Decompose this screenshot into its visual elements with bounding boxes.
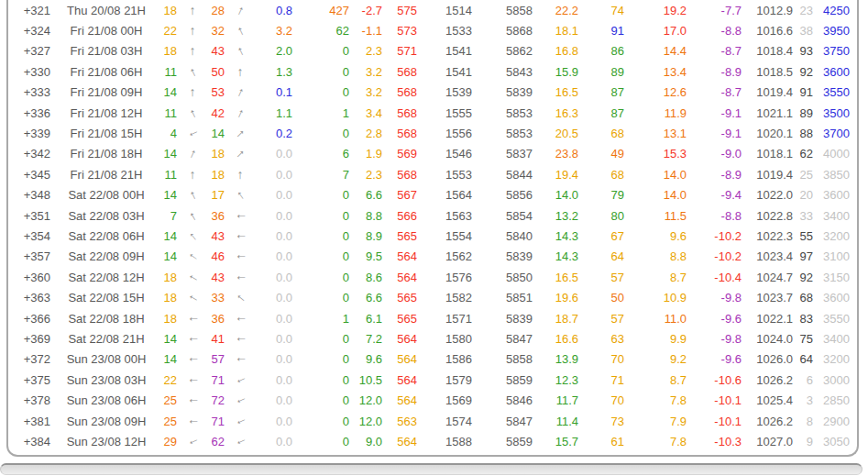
humidity-value: 86 <box>582 44 628 58</box>
forecast-hour-offset: +357 <box>8 249 56 263</box>
cape-value: 0 <box>296 249 353 263</box>
humidity-value: 80 <box>582 209 628 223</box>
pressure-value: 1022.0 <box>745 188 797 202</box>
freezing-level-value: 4250 <box>817 4 857 17</box>
temperature-500-value: -7.7 <box>690 4 745 17</box>
humidity-value: 49 <box>582 147 628 161</box>
forecast-date-time: Sat 22/08 03H <box>56 209 157 223</box>
precipitation-value: 0.0 <box>252 188 296 202</box>
thickness-value: 564 <box>386 393 421 407</box>
geopotential-850-value: 1514 <box>421 4 476 17</box>
gust-arrow-cell: ↑ <box>228 188 252 202</box>
temperature-value: 14.4 <box>628 44 690 58</box>
gust-speed-value: 46 <box>204 249 228 263</box>
geopotential-500-value: 5844 <box>476 168 536 182</box>
cape-value: 7 <box>296 168 353 182</box>
cape-value: 1 <box>296 106 353 120</box>
gust-arrow-cell: ↑ <box>228 332 252 346</box>
wind-speed-value: 29 <box>157 435 181 448</box>
temperature-value: 7.9 <box>628 415 690 428</box>
pressure-value: 1022.1 <box>745 312 797 326</box>
temperature-850-value: 13.2 <box>536 209 582 223</box>
table-row: +363 Sat 22/08 15H 18 ↑ 33 ↑ 0.0 0 6.6 5… <box>8 287 857 307</box>
cape-value: 0 <box>296 188 353 202</box>
thickness-value: 564 <box>386 435 421 448</box>
pressure-value: 1023.4 <box>745 249 797 263</box>
temperature-500-value: -10.2 <box>690 229 745 243</box>
temperature-850-value: 11.7 <box>536 393 582 407</box>
freezing-level-value: 3600 <box>817 291 857 304</box>
temperature-850-value: 16.8 <box>536 44 582 58</box>
temperature-value: 14.0 <box>628 188 690 202</box>
freezing-level-value: 3050 <box>817 435 857 448</box>
table-row: +345 Fri 21/08 21H 11 ↑ 18 ↑ 0.0 7 2.3 5… <box>8 164 857 184</box>
temperature-500-value: -9.1 <box>690 106 745 120</box>
precipitation-value: 1.1 <box>252 106 296 120</box>
pressure-value: 1018.1 <box>745 147 797 161</box>
table-row: +339 Fri 21/08 15H 4 ↑ 14 ↑ 0.2 0 2.8 56… <box>8 123 857 143</box>
lifted-index-value: 6.1 <box>353 312 386 326</box>
geopotential-850-value: 1554 <box>421 229 476 243</box>
cloud-cover-value: 55 <box>797 229 817 243</box>
horizontal-scrollbar[interactable] <box>0 463 863 475</box>
temperature-500-value: -8.8 <box>690 209 745 223</box>
thickness-value: 564 <box>386 332 421 346</box>
wind-direction-arrow-icon: ↑ <box>185 418 198 425</box>
wind-speed-value: 14 <box>157 85 181 99</box>
cloud-cover-value: 25 <box>797 168 817 182</box>
geopotential-850-value: 1533 <box>421 24 476 38</box>
cloud-cover-value: 9 <box>797 435 817 448</box>
forecast-hour-offset: +381 <box>8 415 56 428</box>
geopotential-850-value: 1556 <box>421 127 476 140</box>
lifted-index-value: 9.5 <box>353 249 386 263</box>
forecast-hour-offset: +363 <box>8 291 56 304</box>
geopotential-850-value: 1541 <box>421 44 476 58</box>
geopotential-850-value: 1563 <box>421 209 476 223</box>
humidity-value: 64 <box>582 249 628 263</box>
precipitation-value: 0.0 <box>252 209 296 223</box>
table-row: +330 Fri 21/08 06H 11 ↑ 50 ↑ 1.3 0 3.2 5… <box>8 61 857 82</box>
cloud-cover-value: 93 <box>797 44 817 58</box>
temperature-value: 13.4 <box>628 65 690 79</box>
pressure-value: 1019.4 <box>745 85 797 99</box>
thickness-value: 564 <box>386 352 421 366</box>
forecast-date-time: Fri 21/08 15H <box>56 127 157 140</box>
wind-arrow-cell: ↑ <box>181 188 204 202</box>
temperature-850-value: 15.7 <box>536 435 582 448</box>
cloud-cover-value: 97 <box>797 249 817 263</box>
table-row: +381 Sun 23/08 09H 25 ↑ 71 ↑ 0.0 0 12.0 … <box>8 411 857 431</box>
geopotential-500-value: 5851 <box>476 291 536 304</box>
gust-direction-arrow-icon: ↑ <box>233 395 247 406</box>
wind-arrow-cell: ↑ <box>181 435 204 448</box>
wind-arrow-cell: ↑ <box>181 373 204 387</box>
pressure-value: 1027.0 <box>745 435 797 448</box>
forecast-date-time: Sun 23/08 12H <box>56 435 157 448</box>
table-row: +354 Sat 22/08 06H 14 ↑ 43 ↑ 0.0 0 8.9 5… <box>8 226 857 246</box>
wind-speed-value: 7 <box>157 209 181 223</box>
wind-arrow-cell: ↑ <box>181 352 204 366</box>
wind-direction-arrow-icon: ↑ <box>185 292 200 304</box>
cloud-cover-value: 6 <box>797 373 817 387</box>
forecast-date-time: Fri 21/08 09H <box>56 85 157 99</box>
wind-direction-arrow-icon: ↑ <box>185 229 198 243</box>
gust-speed-value: 53 <box>204 85 228 99</box>
lifted-index-value: 1.9 <box>353 147 386 161</box>
precipitation-value: 0.8 <box>252 4 296 17</box>
temperature-850-value: 16.5 <box>536 271 582 284</box>
cape-value: 0 <box>296 332 353 346</box>
cape-value: 1 <box>296 312 353 326</box>
lifted-index-value: 3.2 <box>353 65 386 79</box>
humidity-value: 87 <box>582 85 628 99</box>
pressure-value: 1022.3 <box>745 229 797 243</box>
thickness-value: 573 <box>386 24 421 38</box>
gust-speed-value: 43 <box>204 44 228 58</box>
gust-arrow-cell: ↑ <box>228 127 252 140</box>
forecast-hour-offset: +321 <box>8 4 56 17</box>
geopotential-500-value: 5858 <box>476 4 536 17</box>
pressure-value: 1020.1 <box>745 127 797 140</box>
gust-speed-value: 32 <box>204 24 228 38</box>
wind-speed-value: 14 <box>157 229 181 243</box>
forecast-hour-offset: +342 <box>8 147 56 161</box>
wind-arrow-cell: ↑ <box>181 332 204 346</box>
cloud-cover-value: 88 <box>797 127 817 140</box>
